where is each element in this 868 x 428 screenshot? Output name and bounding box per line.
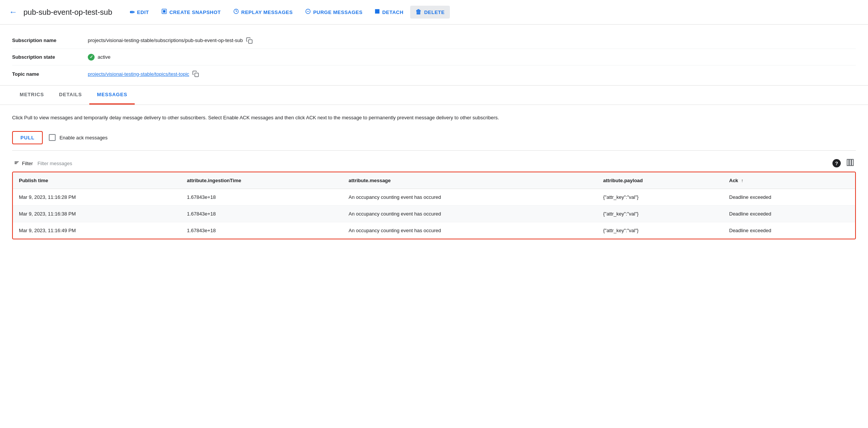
svg-rect-11 bbox=[847, 159, 849, 166]
table-row: Mar 9, 2023, 11:16:28 PM 1.67843e+18 An … bbox=[13, 189, 855, 205]
table-body: Mar 9, 2023, 11:16:28 PM 1.67843e+18 An … bbox=[13, 189, 855, 239]
delete-icon: 🗑 bbox=[415, 9, 422, 16]
filter-bar: Filter Filter messages ? bbox=[12, 158, 856, 169]
pull-section: PULL Enable ack messages bbox=[12, 131, 856, 151]
cell-ingestion-time: 1.67843e+18 bbox=[181, 189, 342, 205]
table-header-row: Publish time attribute.ingestionTime att… bbox=[13, 172, 855, 189]
page-title: pub-sub-event-op-test-sub bbox=[23, 8, 112, 17]
create-snapshot-button[interactable]: CREATE SNAPSHOT bbox=[156, 5, 226, 19]
filter-button[interactable]: Filter bbox=[14, 160, 33, 166]
cell-ingestion-time: 1.67843e+18 bbox=[181, 222, 342, 239]
col-header-publish-time[interactable]: Publish time bbox=[13, 172, 181, 189]
cell-payload: {"attr_key":"val"} bbox=[597, 205, 723, 222]
filter-left: Filter Filter messages bbox=[14, 160, 72, 166]
messages-content: Click Pull to view messages and temporar… bbox=[0, 105, 868, 248]
snapshot-icon bbox=[161, 8, 167, 16]
replay-messages-label: REPLAY MESSAGES bbox=[241, 9, 293, 15]
toolbar: ← pub-sub-event-op-test-sub ✏ EDIT CREAT… bbox=[0, 0, 868, 25]
svg-rect-13 bbox=[852, 159, 854, 166]
svg-rect-1 bbox=[163, 10, 165, 13]
table-row: Mar 9, 2023, 11:16:38 PM 1.67843e+18 An … bbox=[13, 205, 855, 222]
toolbar-actions: ✏ EDIT CREATE SNAPSHOT REPLAY MESSAGES P… bbox=[124, 5, 450, 19]
topic-name-label: Topic name bbox=[12, 71, 88, 77]
delete-label: DELETE bbox=[424, 9, 445, 15]
subscription-state-row: Subscription state active bbox=[12, 49, 856, 66]
messages-table-wrapper: Publish time attribute.ingestionTime att… bbox=[12, 172, 856, 239]
cell-ack: Deadline exceeded bbox=[723, 205, 855, 222]
filter-placeholder: Filter messages bbox=[37, 161, 72, 166]
copy-subscription-name-icon[interactable] bbox=[246, 37, 253, 44]
help-icon[interactable]: ? bbox=[832, 159, 841, 167]
subscription-name-label: Subscription name bbox=[12, 37, 88, 43]
cell-ack: Deadline exceeded bbox=[723, 222, 855, 239]
detach-label: DETACH bbox=[382, 9, 403, 15]
svg-rect-7 bbox=[195, 73, 199, 77]
subscription-name-value: projects/visionai-testing-stable/subscri… bbox=[88, 37, 253, 44]
svg-rect-5 bbox=[375, 9, 380, 14]
tabs-section: METRICS DETAILS MESSAGES bbox=[0, 86, 868, 105]
tabs: METRICS DETAILS MESSAGES bbox=[12, 86, 856, 105]
messages-table: Publish time attribute.ingestionTime att… bbox=[13, 172, 855, 239]
replay-icon bbox=[233, 8, 239, 16]
replay-messages-button[interactable]: REPLAY MESSAGES bbox=[228, 5, 298, 19]
svg-rect-6 bbox=[248, 39, 252, 43]
columns-icon[interactable] bbox=[846, 158, 854, 169]
edit-label: EDIT bbox=[137, 9, 149, 15]
filter-icon bbox=[14, 160, 20, 166]
detach-button[interactable]: DETACH bbox=[369, 6, 409, 19]
enable-ack-text: Enable ack messages bbox=[59, 135, 107, 141]
info-section: Subscription name projects/visionai-test… bbox=[0, 25, 868, 86]
cell-message: An occupancy counting event has occured bbox=[342, 189, 597, 205]
back-button[interactable]: ← bbox=[9, 7, 17, 17]
purge-messages-label: PURGE MESSAGES bbox=[313, 9, 363, 15]
cell-publish-time: Mar 9, 2023, 11:16:28 PM bbox=[13, 189, 181, 205]
col-header-ingestion-time[interactable]: attribute.ingestionTime bbox=[181, 172, 342, 189]
enable-ack-checkbox[interactable] bbox=[49, 134, 56, 141]
topic-name-row: Topic name projects/visionai-testing-sta… bbox=[12, 66, 856, 82]
col-header-payload[interactable]: attribute.payload bbox=[597, 172, 723, 189]
delete-button[interactable]: 🗑 DELETE bbox=[410, 6, 450, 19]
copy-topic-name-icon[interactable] bbox=[192, 70, 199, 77]
tab-metrics[interactable]: METRICS bbox=[12, 86, 51, 105]
subscription-state-value: active bbox=[88, 54, 110, 61]
filter-right: ? bbox=[832, 158, 854, 169]
svg-rect-12 bbox=[849, 159, 851, 166]
status-active-icon bbox=[88, 54, 95, 61]
subscription-name-row: Subscription name projects/visionai-test… bbox=[12, 32, 856, 49]
messages-description: Click Pull to view messages and temporar… bbox=[12, 114, 542, 122]
col-header-ack[interactable]: Ack ↑ bbox=[723, 172, 855, 189]
subscription-state-label: Subscription state bbox=[12, 54, 88, 60]
purge-icon bbox=[305, 8, 311, 16]
tab-details[interactable]: DETAILS bbox=[51, 86, 89, 105]
filter-label: Filter bbox=[22, 161, 33, 166]
tab-messages[interactable]: MESSAGES bbox=[89, 86, 135, 105]
cell-payload: {"attr_key":"val"} bbox=[597, 222, 723, 239]
pull-button[interactable]: PULL bbox=[12, 131, 43, 144]
enable-ack-label[interactable]: Enable ack messages bbox=[49, 134, 107, 141]
cell-publish-time: Mar 9, 2023, 11:16:38 PM bbox=[13, 205, 181, 222]
create-snapshot-label: CREATE SNAPSHOT bbox=[170, 9, 221, 15]
ack-sort-icon: ↑ bbox=[741, 178, 743, 183]
cell-message: An occupancy counting event has occured bbox=[342, 205, 597, 222]
topic-name-value: projects/visionai-testing-stable/topics/… bbox=[88, 70, 199, 77]
edit-button[interactable]: ✏ EDIT bbox=[124, 6, 154, 19]
col-header-message[interactable]: attribute.message bbox=[342, 172, 597, 189]
cell-publish-time: Mar 9, 2023, 11:16:49 PM bbox=[13, 222, 181, 239]
cell-payload: {"attr_key":"val"} bbox=[597, 189, 723, 205]
cell-message: An occupancy counting event has occured bbox=[342, 222, 597, 239]
purge-messages-button[interactable]: PURGE MESSAGES bbox=[300, 5, 368, 19]
cell-ack: Deadline exceeded bbox=[723, 189, 855, 205]
edit-icon: ✏ bbox=[130, 9, 135, 16]
cell-ingestion-time: 1.67843e+18 bbox=[181, 205, 342, 222]
table-row: Mar 9, 2023, 11:16:49 PM 1.67843e+18 An … bbox=[13, 222, 855, 239]
topic-name-link[interactable]: projects/visionai-testing-stable/topics/… bbox=[88, 71, 189, 77]
detach-icon bbox=[375, 9, 380, 16]
